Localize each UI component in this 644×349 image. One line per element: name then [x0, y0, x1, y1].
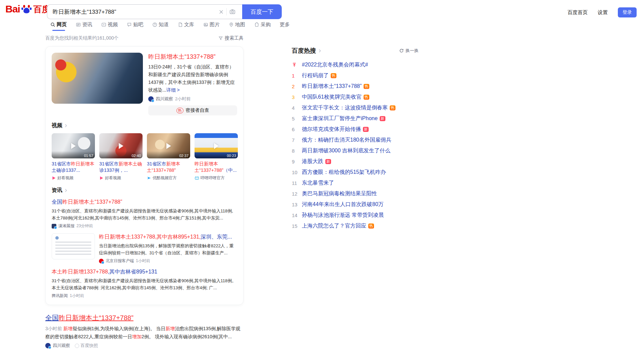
hot-search-list: #2022北京冬残奥会闭幕式# 1 行程码崩了 热 2 昨日新增本土“1337+…: [292, 59, 419, 231]
video-thumbnail[interactable]: 02:37: [147, 133, 190, 158]
refresh-icon: [399, 48, 404, 53]
video-duration: 01:57: [52, 151, 95, 158]
search-input-box[interactable]: [47, 4, 242, 19]
tab-zhidao[interactable]: 知道: [152, 21, 169, 31]
baidu-logo[interactable]: Bai 百度: [5, 3, 50, 15]
news-item: 全国昨日新增本土“1337+788” 31个省(自治区、直辖市)和新疆生产建设兵…: [52, 198, 237, 229]
new-badge: 新: [325, 159, 331, 164]
baidu-paw-icon: [21, 3, 32, 15]
video-caption[interactable]: 31省区市新增本土“1337+788”: [147, 161, 190, 173]
video-caption[interactable]: 31省区市新增本土确诊1337例，...: [99, 161, 143, 173]
question-icon: [152, 22, 157, 27]
vertical-nav-tabs: 网页 资讯 视频 贴吧 知道 文库 图片 地图 采购 更多: [50, 21, 290, 31]
hot-badge: 热: [364, 95, 369, 100]
tab-video[interactable]: 视频: [101, 21, 118, 31]
video-source[interactable]: 优酷视频官方: [147, 175, 190, 181]
tab-tieba[interactable]: 贴吧: [127, 21, 143, 31]
hot-pill-badge: 热: [176, 108, 183, 113]
video-thumbnail[interactable]: 02:40: [99, 133, 143, 158]
main-result-description[interactable]: 13日0-24时，31个省（自治区、直辖市）和新疆生产建设兵团报告新增确诊病例1…: [148, 63, 237, 94]
home-link[interactable]: 百度首页: [568, 9, 588, 16]
news-title[interactable]: 本土昨日新增1337+788,其中吉林省895+131: [52, 268, 237, 276]
news-thumbnail[interactable]: [52, 233, 95, 259]
image-icon: [203, 22, 208, 27]
hot-badge: 热: [331, 73, 336, 78]
main-result-source[interactable]: 四川观察 2小时前: [148, 96, 237, 102]
video-caption[interactable]: 昨日新增本土“1337+788”（中...: [195, 161, 238, 173]
haokan-video-icon: [52, 176, 56, 180]
search-button[interactable]: 百度一下: [242, 4, 282, 19]
news-source[interactable]: 潇湘晨报 23分钟前: [52, 223, 237, 229]
tab-maps[interactable]: 地图: [229, 21, 245, 31]
clear-search-icon[interactable]: [216, 9, 226, 14]
purchase-icon: [254, 22, 259, 27]
document-icon: [178, 22, 183, 27]
main-result-title[interactable]: 昨日新增本土“1337+788”: [148, 53, 237, 61]
logo-latin: Bai: [5, 3, 20, 15]
video-card: 02:40 31省区市新增本土确诊1337例，... 好看视频: [99, 133, 143, 181]
funnel-icon: [218, 36, 223, 41]
hot-item[interactable]: 13 河南44年来出生人口首次跌破80万: [292, 199, 419, 210]
play-icon: [166, 143, 171, 149]
hot-search-title[interactable]: 百度热搜: [292, 47, 322, 55]
tab-caigou[interactable]: 采购: [254, 21, 271, 31]
refresh-hot-list-button[interactable]: 换一换: [399, 48, 419, 54]
hot-item[interactable]: 12 奥巴马新冠病毒检测结果呈阳性: [292, 188, 419, 199]
result-title[interactable]: 全国昨日新增本土“1337+788”: [45, 313, 244, 322]
sichuan-guancha-logo-icon: [45, 343, 51, 348]
news-title[interactable]: 昨日新增本土1337+788,其中吉林895+131,深圳、东莞...: [99, 233, 237, 241]
hot-item[interactable]: 4 张文宏千字长文：这波疫情是倒春寒 热: [292, 102, 419, 113]
login-button[interactable]: 登录: [618, 7, 637, 17]
hot-item[interactable]: 11 东北暴雪来了: [292, 178, 419, 188]
hot-item[interactable]: 5 富士康深圳工厂暂停生产iPhone 新: [292, 113, 419, 124]
hot-item[interactable]: 3 中国队61枚奖牌完美收官 热: [292, 92, 419, 102]
hot-item[interactable]: 9 港股大跌 新: [292, 156, 419, 167]
tab-news[interactable]: 资讯: [76, 21, 92, 31]
tab-wenku[interactable]: 文库: [178, 21, 194, 31]
video-source[interactable]: 好看视频: [99, 175, 143, 181]
tab-webpage[interactable]: 网页: [50, 21, 67, 31]
hot-item[interactable]: 6 德尔塔克戎变体开始传播 新: [292, 124, 419, 135]
search-bar: 百度一下: [47, 4, 282, 19]
news-source[interactable]: 北京日报客户端 1小时前: [99, 258, 237, 264]
results-info-bar: 百度为您找到相关结果约161,000个 搜索工具: [45, 35, 244, 42]
video-section: 视频 01:57 31省区市昨日新增本土确诊1337... 好看视频: [52, 122, 237, 181]
hot-item-top[interactable]: #2022北京冬残奥会闭幕式#: [292, 59, 419, 70]
video-source[interactable]: 好看视频: [52, 175, 95, 181]
tieba-icon: [127, 22, 132, 27]
video-caption[interactable]: 31省区市昨日新增本土确诊1337...: [52, 161, 95, 173]
search-tools-button[interactable]: 搜索工具: [218, 35, 244, 41]
hot-badge: 热: [368, 223, 374, 229]
result-source[interactable]: 四川观察 百度快照: [45, 343, 244, 349]
main-result-thumbnail[interactable]: [52, 53, 143, 104]
camera-search-icon[interactable]: [227, 9, 238, 15]
news-icon: [76, 22, 81, 27]
new-badge: 新: [380, 116, 385, 121]
hot-item[interactable]: 14 孙杨与泳池渐行渐远 常带货到凌晨: [292, 210, 419, 220]
news-title[interactable]: 全国昨日新增本土“1337+788”: [52, 198, 237, 206]
hot-item[interactable]: 15 上海六院怎么了？官方回应 热: [292, 220, 419, 231]
video-card: 02:37 31省区市新增本土“1337+788” 优酷视频官方: [147, 133, 190, 181]
play-icon: [214, 143, 219, 149]
hot-item[interactable]: 1 行程码崩了 热: [292, 70, 419, 81]
hot-item[interactable]: 10 西方傻眼：租给俄的515架飞机咋办: [292, 167, 419, 178]
news-section-header[interactable]: 资讯: [52, 187, 237, 194]
hot-item[interactable]: 2 昨日新增本土“1337+788” 热: [292, 81, 419, 92]
tab-more[interactable]: 更多: [280, 21, 290, 31]
results-column: 百度为您找到相关结果约161,000个 搜索工具 昨日新增本土“1337+788…: [45, 35, 244, 349]
tab-images[interactable]: 图片: [203, 21, 220, 31]
search-input[interactable]: [53, 8, 216, 15]
baidu-snapshot-link[interactable]: 百度快照: [75, 343, 98, 349]
hot-item[interactable]: 7 俄方：精确打击消灭180名外国雇佣兵: [292, 135, 419, 145]
close-contact-self-check-link[interactable]: 热 密接者自查: [148, 105, 237, 115]
hot-item[interactable]: 8 两日新增破3000 吉林到底发生了什么: [292, 145, 419, 156]
video-thumbnail[interactable]: 00:23: [195, 133, 238, 158]
news-source[interactable]: 腾讯新闻 1小时前: [52, 293, 237, 299]
video-thumbnail[interactable]: 01:57: [52, 133, 95, 158]
settings-link[interactable]: 设置: [598, 9, 608, 16]
video-section-header[interactable]: 视频: [52, 122, 237, 129]
video-source[interactable]: 哔哩哔哩官方: [195, 175, 238, 181]
news-description: 31个省(自治区、直辖市)和新疆生产建设兵团报告新增无症状感染者906例,其中境…: [52, 277, 237, 291]
chevron-right-icon: [318, 49, 322, 53]
play-icon: [71, 143, 76, 149]
